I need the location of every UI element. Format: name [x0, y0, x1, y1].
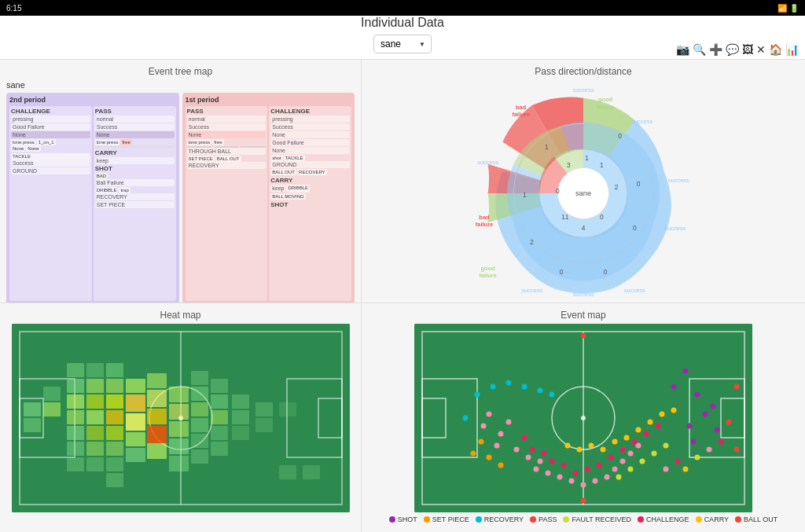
svg-point-185 [683, 467, 689, 472]
svg-point-144 [644, 431, 649, 437]
second-period-box: 2nd period CHALLENGE pressing Good Failu… [6, 93, 179, 303]
svg-point-164 [565, 443, 571, 449]
add-icon[interactable]: ➕ [709, 43, 722, 56]
svg-point-159 [463, 416, 469, 421]
ballout-dot [735, 516, 741, 523]
legend-bar: SHOT SET PIECE RECOVERY PASS FAULT RECEI… [389, 515, 777, 523]
svg-text:bad: bad [479, 214, 490, 221]
close-icon[interactable]: ✕ [756, 43, 766, 56]
svg-rect-100 [255, 402, 273, 416]
svg-text:0: 0 [637, 180, 641, 188]
svg-text:bad: bad [516, 104, 527, 111]
legend-fault-label: FAULT RECEIVED [572, 515, 631, 523]
first-period-inner: PASS normal Success None lone press free [186, 106, 352, 301]
svg-rect-81 [169, 387, 189, 402]
svg-rect-48 [43, 387, 61, 401]
svg-point-125 [569, 479, 575, 484]
svg-point-133 [522, 435, 527, 441]
camera-icon[interactable]: 📷 [676, 43, 689, 56]
svg-rect-77 [147, 409, 167, 424]
svg-rect-90 [191, 371, 208, 385]
heatmap-title: Heat map [160, 310, 200, 321]
legend-pass: PASS [530, 515, 557, 523]
svg-point-142 [620, 447, 626, 453]
svg-rect-50 [67, 379, 84, 393]
svg-text:1: 1 [545, 143, 549, 151]
svg-point-145 [656, 424, 661, 429]
svg-rect-96 [211, 442, 228, 456]
svg-rect-52 [67, 410, 84, 424]
svg-text:0: 0 [560, 268, 564, 276]
svg-rect-94 [211, 410, 228, 424]
svg-rect-63 [106, 363, 123, 377]
svg-rect-87 [191, 402, 208, 416]
search-icon[interactable]: 🔍 [693, 43, 706, 56]
svg-point-122 [534, 467, 539, 472]
svg-rect-58 [86, 394, 104, 409]
svg-point-177 [652, 451, 657, 457]
svg-point-130 [620, 459, 626, 464]
svg-point-124 [557, 475, 563, 480]
svg-text:0: 0 [604, 268, 608, 276]
challenge-category-2nd: CHALLENGE pressing Good Failure None lon… [9, 106, 92, 301]
legend-recovery: RECOVERY [476, 515, 524, 523]
svg-rect-79 [147, 390, 167, 407]
chart-icon[interactable]: 📊 [785, 43, 799, 56]
svg-point-121 [538, 459, 543, 464]
home-icon[interactable]: 🏠 [769, 43, 782, 56]
image-icon[interactable]: 🖼 [742, 43, 753, 56]
radial-chart: sane 2 1 0 4 11 0 3 1 0 0 0 0 2 1 1 0 [473, 83, 693, 303]
second-period-label: 2nd period [9, 96, 176, 104]
svg-rect-54 [67, 442, 84, 456]
svg-rect-49 [67, 363, 84, 377]
svg-rect-104 [303, 465, 320, 479]
svg-rect-73 [126, 379, 145, 393]
fault-dot [563, 516, 569, 523]
individual-data-title: Individual Data [361, 16, 444, 30]
svg-point-186 [695, 455, 700, 460]
svg-point-123 [546, 471, 551, 476]
eventmap-svg [414, 324, 752, 512]
svg-rect-46 [24, 418, 41, 432]
legend-challenge-label: CHALLENGE [646, 515, 689, 523]
svg-point-174 [616, 475, 622, 480]
heatmap-panel: Heat map [0, 303, 362, 532]
main-grid: Event tree map sane 2nd period CHALLENGE… [0, 60, 805, 532]
svg-text:success: success [573, 291, 594, 298]
pass-dot [530, 516, 536, 523]
svg-point-176 [640, 459, 645, 464]
svg-point-166 [589, 443, 594, 449]
svg-point-143 [632, 439, 638, 445]
first-period-box: 1st period PASS normal Success None lone… [182, 93, 355, 303]
svg-text:success: success [631, 118, 652, 125]
player-dropdown-wrapper[interactable]: sane player2 [373, 35, 432, 53]
setpiece-dot [424, 516, 430, 523]
legend-recovery-label: RECOVERY [484, 515, 524, 523]
legend-setpiece-label: SET PIECE [432, 515, 469, 523]
svg-rect-68 [106, 442, 123, 456]
svg-rect-69 [106, 457, 123, 471]
svg-point-157 [538, 388, 543, 394]
chat-icon[interactable]: 💬 [726, 43, 739, 56]
svg-point-152 [683, 369, 689, 374]
legend-shot: SHOT [389, 515, 417, 523]
toolbar-icons: 📷 🔍 ➕ 💬 🖼 ✕ 🏠 📊 [676, 43, 799, 56]
radial-svg: sane 2 1 0 4 11 0 3 1 0 0 0 0 2 1 1 0 [473, 83, 693, 303]
pass-category-1st: PASS normal Success None lone press free [186, 106, 268, 301]
status-bar: 6:15 📶 🔋 [0, 0, 805, 16]
svg-point-182 [581, 498, 586, 504]
svg-rect-65 [106, 394, 123, 409]
svg-rect-66 [106, 410, 123, 424]
svg-point-189 [715, 427, 720, 433]
svg-point-129 [612, 467, 618, 472]
svg-text:1: 1 [600, 161, 604, 169]
svg-rect-80 [147, 373, 167, 388]
player-dropdown[interactable]: sane player2 [373, 35, 432, 53]
legend-carry: CARRY [696, 515, 729, 523]
field-heatmap [12, 324, 350, 512]
svg-text:failure: failure [512, 111, 529, 118]
svg-rect-98 [232, 410, 249, 424]
svg-point-131 [628, 451, 634, 457]
first-period-label: 1st period [186, 96, 352, 104]
legend-ballout-label: BALL OUT [744, 515, 777, 523]
